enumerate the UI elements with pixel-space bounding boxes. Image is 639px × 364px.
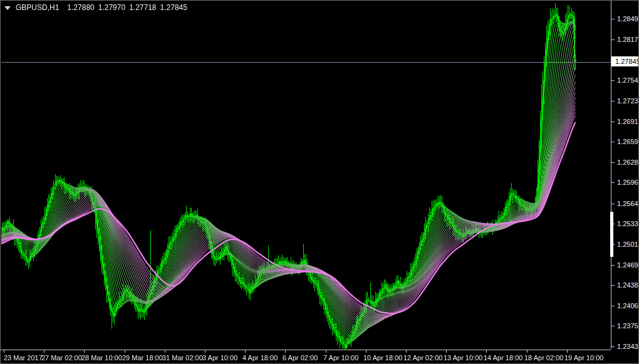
time-axis-tick [567, 350, 568, 353]
time-axis-label: 6 Apr 02:00 [283, 354, 318, 361]
price-axis-tick [611, 326, 615, 326]
price-axis-label: 1.27232 [617, 97, 639, 105]
time-axis-label: 4 Apr 18:00 [242, 354, 278, 361]
time-axis-label: 31 Mar 02:00 [162, 354, 203, 361]
price-axis-label: 1.28177 [617, 36, 639, 43]
price-axis-tick [611, 122, 615, 122]
chart-window: GBPUSD,H1 1.27880 1.27970 1.27718 1.2784… [0, 0, 639, 364]
price-axis-tick [611, 80, 615, 81]
time-axis-tick [205, 350, 205, 353]
price-axis-label: 1.25017 [617, 241, 639, 248]
symbol-period-label: GBPUSD,H1 [16, 3, 59, 12]
time-axis-tick [125, 350, 125, 353]
price-axis-label: 1.25332 [617, 220, 639, 227]
symbol-dropdown-icon[interactable] [4, 6, 11, 10]
price-axis-tick [611, 19, 615, 19]
price-axis-tick [611, 142, 615, 142]
price-axis-label: 1.26597 [617, 138, 639, 145]
price-axis-tick [611, 101, 615, 101]
time-axis-label: 13 Apr 10:00 [444, 354, 482, 361]
price-axis-label: 1.23432 [617, 343, 639, 350]
price-axis-label: 1.24697 [617, 261, 639, 269]
time-axis-label: 14 Apr 18:00 [484, 354, 522, 361]
time-axis-tick [406, 350, 407, 353]
price-axis-tick [611, 265, 615, 266]
price-axis-label: 1.24067 [617, 302, 639, 309]
price-axis-tick [611, 162, 615, 163]
quote-close: 1.27845 [160, 3, 187, 12]
time-axis-tick [366, 350, 366, 353]
price-axis-label: 1.25967 [617, 179, 639, 186]
price-axis-label: 1.26282 [617, 159, 639, 166]
price-axis-tick [611, 346, 615, 347]
time-axis-tick [285, 350, 286, 353]
price-axis-tick [611, 306, 615, 306]
quote-open: 1.27880 [67, 3, 94, 12]
time-axis-tick [245, 350, 246, 353]
axis-scroll-marker [610, 212, 613, 257]
quote-high: 1.27970 [98, 3, 125, 12]
price-axis-tick [611, 39, 615, 40]
time-axis-label: 18 Apr 02:00 [524, 354, 563, 361]
price-axis-label: 1.23752 [617, 322, 639, 330]
time-axis-tick [486, 350, 487, 353]
time-axis-label: 23 Mar 2017 [4, 354, 43, 361]
price-axis-tick [611, 204, 615, 204]
time-axis-label: 3 Apr 10:00 [202, 354, 237, 361]
time-axis-tick [84, 350, 85, 353]
price-axis-label: 1.26912 [617, 118, 639, 125]
quote-low: 1.27718 [129, 3, 156, 12]
time-axis-label: 29 Mar 18:00 [122, 354, 163, 361]
price-axis-label: 1.27547 [617, 76, 639, 84]
time-axis-tick [446, 350, 447, 353]
time-axis[interactable]: 23 Mar 201727 Mar 02:0028 Mar 10:0029 Ma… [1, 350, 611, 364]
price-axis-tick [611, 285, 615, 286]
time-axis-tick [326, 350, 326, 353]
time-axis-tick [44, 350, 44, 353]
price-axis-label: 1.24382 [617, 281, 639, 289]
time-axis-label: 27 Mar 02:00 [41, 354, 82, 361]
quote-bar: GBPUSD,H1 1.27880 1.27970 1.27718 1.2784… [4, 3, 191, 12]
time-axis-tick [4, 350, 4, 353]
time-axis-label: 10 Apr 18:00 [363, 354, 402, 361]
price-axis-label: 1.28497 [617, 15, 639, 23]
price-axis-label: 1.25647 [617, 200, 639, 207]
price-axis[interactable]: 1.284971.281771.275471.272321.269121.265… [611, 1, 639, 364]
time-axis-label: 19 Apr 10:00 [564, 354, 603, 361]
time-axis-tick [165, 350, 165, 353]
time-axis-label: 12 Apr 02:00 [403, 354, 442, 361]
price-axis-tick [611, 182, 615, 183]
current-price-tag: 1.27845 [611, 56, 639, 66]
time-axis-tick [527, 350, 527, 353]
time-axis-label: 7 Apr 10:00 [323, 354, 358, 361]
time-axis-label: 28 Mar 10:00 [81, 354, 122, 361]
price-chart-canvas[interactable] [1, 1, 611, 350]
